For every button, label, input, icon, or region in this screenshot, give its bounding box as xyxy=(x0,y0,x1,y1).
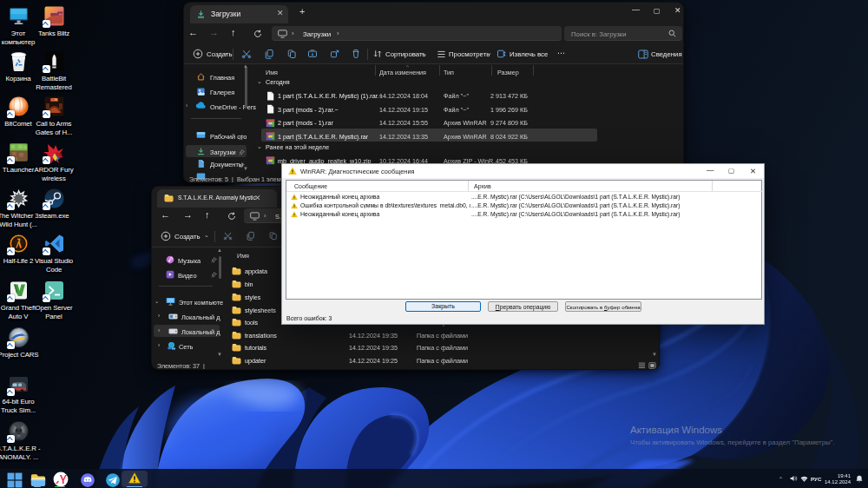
svg-text:CTA: CTA xyxy=(51,98,57,102)
